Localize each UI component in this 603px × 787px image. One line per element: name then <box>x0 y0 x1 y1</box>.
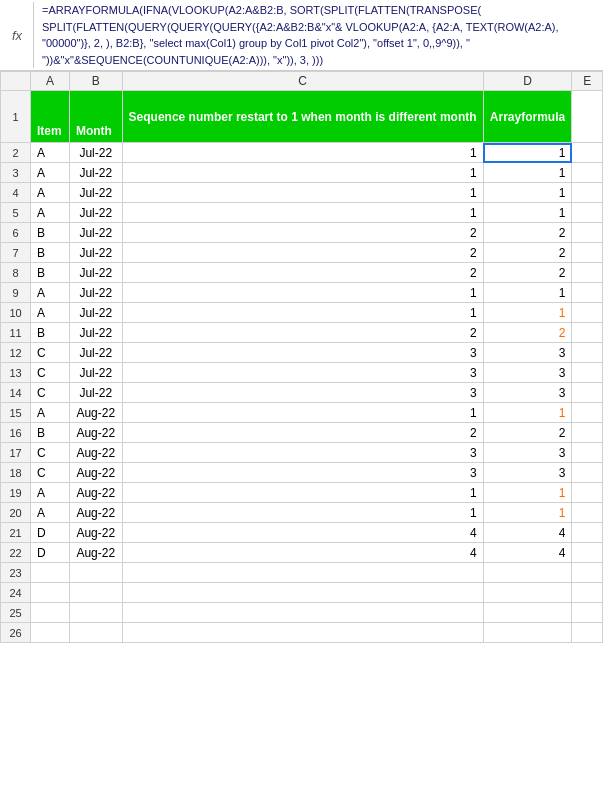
col-header-b[interactable]: B <box>69 72 122 91</box>
cell-d-26[interactable] <box>483 623 572 643</box>
cell-d-5[interactable]: 1 <box>483 203 572 223</box>
cell-d-16[interactable]: 2 <box>483 423 572 443</box>
cell-a-4[interactable]: A <box>31 183 70 203</box>
cell-a-3[interactable]: A <box>31 163 70 183</box>
cell-d-4[interactable]: 1 <box>483 183 572 203</box>
cell-d-15[interactable]: 1 <box>483 403 572 423</box>
cell-b-2[interactable]: Jul-22 <box>69 143 122 163</box>
cell-b-21[interactable]: Aug-22 <box>69 523 122 543</box>
cell-a-8[interactable]: B <box>31 263 70 283</box>
cell-c-16[interactable]: 2 <box>122 423 483 443</box>
cell-d-11[interactable]: 2 <box>483 323 572 343</box>
col-header-a[interactable]: A <box>31 72 70 91</box>
cell-d-18[interactable]: 3 <box>483 463 572 483</box>
cell-d-23[interactable] <box>483 563 572 583</box>
cell-c-18[interactable]: 3 <box>122 463 483 483</box>
cell-d-24[interactable] <box>483 583 572 603</box>
cell-c-8[interactable]: 2 <box>122 263 483 283</box>
header-arrayformula[interactable]: Arrayformula <box>483 91 572 143</box>
cell-d-6[interactable]: 2 <box>483 223 572 243</box>
cell-d-22[interactable]: 4 <box>483 543 572 563</box>
cell-b-7[interactable]: Jul-22 <box>69 243 122 263</box>
cell-b-25[interactable] <box>69 603 122 623</box>
cell-b-19[interactable]: Aug-22 <box>69 483 122 503</box>
cell-a-11[interactable]: B <box>31 323 70 343</box>
cell-a-18[interactable]: C <box>31 463 70 483</box>
col-header-d[interactable]: D <box>483 72 572 91</box>
cell-d-12[interactable]: 3 <box>483 343 572 363</box>
cell-b-22[interactable]: Aug-22 <box>69 543 122 563</box>
cell-c-3[interactable]: 1 <box>122 163 483 183</box>
cell-d-21[interactable]: 4 <box>483 523 572 543</box>
cell-b-8[interactable]: Jul-22 <box>69 263 122 283</box>
cell-d-13[interactable]: 3 <box>483 363 572 383</box>
cell-c-25[interactable] <box>122 603 483 623</box>
cell-a-19[interactable]: A <box>31 483 70 503</box>
cell-b-4[interactable]: Jul-22 <box>69 183 122 203</box>
cell-c-9[interactable]: 1 <box>122 283 483 303</box>
cell-c-21[interactable]: 4 <box>122 523 483 543</box>
cell-a-22[interactable]: D <box>31 543 70 563</box>
header-sequence[interactable]: Sequence number restart to 1 when month … <box>122 91 483 143</box>
cell-d-20[interactable]: 1 <box>483 503 572 523</box>
cell-b-9[interactable]: Jul-22 <box>69 283 122 303</box>
cell-d-8[interactable]: 2 <box>483 263 572 283</box>
cell-a-24[interactable] <box>31 583 70 603</box>
cell-a-13[interactable]: C <box>31 363 70 383</box>
cell-b-10[interactable]: Jul-22 <box>69 303 122 323</box>
cell-b-14[interactable]: Jul-22 <box>69 383 122 403</box>
cell-b-24[interactable] <box>69 583 122 603</box>
cell-b-16[interactable]: Aug-22 <box>69 423 122 443</box>
cell-a-15[interactable]: A <box>31 403 70 423</box>
cell-c-13[interactable]: 3 <box>122 363 483 383</box>
cell-c-23[interactable] <box>122 563 483 583</box>
cell-c-22[interactable]: 4 <box>122 543 483 563</box>
cell-b-11[interactable]: Jul-22 <box>69 323 122 343</box>
cell-b-3[interactable]: Jul-22 <box>69 163 122 183</box>
cell-a-17[interactable]: C <box>31 443 70 463</box>
cell-c-7[interactable]: 2 <box>122 243 483 263</box>
cell-d-3[interactable]: 1 <box>483 163 572 183</box>
cell-c-14[interactable]: 3 <box>122 383 483 403</box>
cell-b-5[interactable]: Jul-22 <box>69 203 122 223</box>
cell-a-23[interactable] <box>31 563 70 583</box>
cell-c-10[interactable]: 1 <box>122 303 483 323</box>
cell-a-10[interactable]: A <box>31 303 70 323</box>
cell-d-9[interactable]: 1 <box>483 283 572 303</box>
cell-c-6[interactable]: 2 <box>122 223 483 243</box>
cell-b-20[interactable]: Aug-22 <box>69 503 122 523</box>
cell-b-26[interactable] <box>69 623 122 643</box>
cell-b-6[interactable]: Jul-22 <box>69 223 122 243</box>
header-month[interactable]: Month <box>69 91 122 143</box>
cell-b-13[interactable]: Jul-22 <box>69 363 122 383</box>
cell-a-26[interactable] <box>31 623 70 643</box>
cell-a-16[interactable]: B <box>31 423 70 443</box>
cell-c-12[interactable]: 3 <box>122 343 483 363</box>
cell-b-15[interactable]: Aug-22 <box>69 403 122 423</box>
cell-c-15[interactable]: 1 <box>122 403 483 423</box>
cell-d-10[interactable]: 1 <box>483 303 572 323</box>
cell-a-20[interactable]: A <box>31 503 70 523</box>
cell-a-5[interactable]: A <box>31 203 70 223</box>
cell-c-24[interactable] <box>122 583 483 603</box>
cell-c-20[interactable]: 1 <box>122 503 483 523</box>
col-header-c[interactable]: C <box>122 72 483 91</box>
cell-b-17[interactable]: Aug-22 <box>69 443 122 463</box>
cell-a-7[interactable]: B <box>31 243 70 263</box>
cell-b-23[interactable] <box>69 563 122 583</box>
cell-c-2[interactable]: 1 <box>122 143 483 163</box>
cell-d-14[interactable]: 3 <box>483 383 572 403</box>
cell-c-11[interactable]: 2 <box>122 323 483 343</box>
cell-a-2[interactable]: A <box>31 143 70 163</box>
cell-b-18[interactable]: Aug-22 <box>69 463 122 483</box>
cell-d-19[interactable]: 1 <box>483 483 572 503</box>
cell-a-25[interactable] <box>31 603 70 623</box>
cell-c-17[interactable]: 3 <box>122 443 483 463</box>
cell-a-9[interactable]: A <box>31 283 70 303</box>
cell-d-25[interactable] <box>483 603 572 623</box>
cell-c-5[interactable]: 1 <box>122 203 483 223</box>
cell-d-17[interactable]: 3 <box>483 443 572 463</box>
header-item[interactable]: Item <box>31 91 70 143</box>
cell-a-6[interactable]: B <box>31 223 70 243</box>
cell-a-12[interactable]: C <box>31 343 70 363</box>
